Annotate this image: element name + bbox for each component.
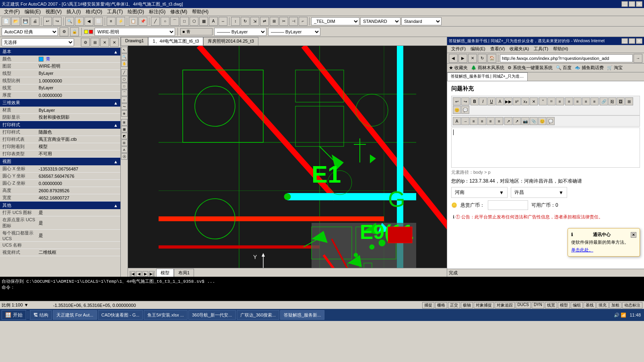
osnap-btn[interactable]: 对象捕捉 xyxy=(474,302,494,309)
ie-go[interactable]: → xyxy=(634,54,642,63)
ie-menu-help[interactable]: 帮助(H) xyxy=(551,45,570,53)
editor-emoji[interactable]: 😊 xyxy=(453,106,461,114)
editor-table[interactable]: ⊞ xyxy=(625,97,633,105)
editor-sup[interactable]: x² xyxy=(513,97,521,105)
offset-btn[interactable]: ⊞ xyxy=(270,17,279,26)
object-select[interactable]: 无选择 xyxy=(2,38,74,46)
editor-anchor[interactable]: ↗ xyxy=(513,117,521,125)
3d-section-header[interactable]: 三维效果 ▲ xyxy=(0,99,120,107)
editor-justify[interactable]: ≡ xyxy=(590,97,599,105)
fav-baidu[interactable]: 🔍 百度 xyxy=(556,65,572,71)
layout1-tab[interactable]: 布局1 xyxy=(174,269,194,277)
menu-modify[interactable]: 修改(M) xyxy=(168,8,190,16)
editor-text-color[interactable]: → xyxy=(461,117,469,125)
rect-tool[interactable]: □ xyxy=(121,83,128,89)
menu-insert[interactable]: 插入(I) xyxy=(64,8,83,16)
zoom-btn[interactable]: 🔍 xyxy=(65,17,74,26)
dynlabel-btn[interactable]: 动态标注 xyxy=(622,302,642,309)
arc-tool[interactable]: ⌒ xyxy=(121,90,128,96)
menu-edit[interactable]: 编辑(E) xyxy=(22,8,43,16)
copy-btn[interactable]: 📋 xyxy=(129,17,138,26)
standard-select[interactable]: Standard xyxy=(401,17,442,25)
editor-color-a[interactable]: A xyxy=(453,117,461,125)
taskbar-cadviewer[interactable]: CAD快速看图 - G... xyxy=(98,310,143,320)
open-btn[interactable]: 📂 xyxy=(11,17,20,26)
taskbar-ie[interactable]: 答疑解惑_服务新... xyxy=(280,310,324,320)
arc-btn[interactable]: ⌒ xyxy=(170,17,179,26)
cad-canvas[interactable]: E1 E9(11 G Y X xyxy=(128,46,447,277)
mirror-btn[interactable]: ⇌ xyxy=(260,17,269,26)
layer-btn1[interactable]: ⚙ xyxy=(60,27,68,36)
drawing-tab-1[interactable]: Drawing1 xyxy=(121,37,148,45)
editor-content-area[interactable] xyxy=(451,128,640,168)
spline-tool[interactable]: 〜 xyxy=(121,103,128,110)
move-btn[interactable]: ↕ xyxy=(231,17,240,26)
ducs-btn[interactable]: DUCS xyxy=(516,302,531,309)
menu-view[interactable]: 视图(V) xyxy=(43,8,64,16)
editor-style1[interactable]: ≡ xyxy=(470,117,478,125)
ie-forward[interactable]: ▶ xyxy=(458,54,467,63)
circle-btn[interactable]: ○ xyxy=(161,17,169,26)
drawing-tab-2[interactable]: 1、4#电气施工图_t6_t3 xyxy=(148,37,203,45)
paste-btn[interactable]: 📌 xyxy=(138,17,147,26)
taskbar-gld[interactable]: 广联达_360搜索... xyxy=(237,310,280,320)
ie-tab-1[interactable]: 答疑解惑_服务新千线 | 同城Z+_只为造价从业者... xyxy=(447,72,528,81)
menu-dim[interactable]: 标注(G) xyxy=(147,8,168,16)
gradient-tool[interactable]: ◩ xyxy=(121,133,128,139)
extend-btn[interactable]: ⊣ xyxy=(289,17,298,26)
zoom-all-btn[interactable]: ⬜ xyxy=(94,17,103,26)
zoom-prev-btn[interactable]: ◀ xyxy=(85,17,93,26)
undo-btn[interactable]: ↩ xyxy=(43,17,52,26)
editor-bold[interactable]: B xyxy=(471,97,479,105)
model-tab[interactable]: 模型 xyxy=(156,269,174,277)
linetype-select[interactable]: ——— ByLayer xyxy=(214,28,266,36)
ie-stop[interactable]: ✕ xyxy=(468,54,477,63)
ie-maximize[interactable]: □ xyxy=(629,38,635,44)
line-tool[interactable]: ╱ xyxy=(121,69,128,76)
editor-style4[interactable]: ≡ xyxy=(495,117,503,125)
trim-btn[interactable]: ✂ xyxy=(279,17,288,26)
properties-btn[interactable]: ≡ xyxy=(107,17,116,26)
panel-btn1[interactable]: ⚙ xyxy=(81,38,90,47)
workspace-select[interactable]: AutoCAD 经典 xyxy=(2,28,58,36)
bold-btn[interactable]: 加粗 xyxy=(609,302,621,309)
editor-quote2[interactable]: 💬 xyxy=(547,117,555,125)
panel-close[interactable]: ✕ xyxy=(110,38,119,47)
tab-nav-next[interactable]: ▶ xyxy=(142,271,148,277)
lineweight-select[interactable]: ——— ByLayer xyxy=(268,28,320,36)
coin-input[interactable] xyxy=(488,200,528,210)
dim-style-select[interactable]: _TEL_DIM xyxy=(311,17,359,25)
block-tool[interactable]: ⊞ xyxy=(121,119,128,125)
editor-color[interactable]: A xyxy=(496,97,504,105)
pan-tool[interactable]: ✋ xyxy=(121,60,128,67)
city-select[interactable]: 许昌 ▼ xyxy=(511,187,567,198)
view-section-header[interactable]: 视图 ▲ xyxy=(0,158,120,165)
rect-btn[interactable]: □ xyxy=(180,17,189,26)
close-button[interactable]: ✕ xyxy=(636,1,642,7)
select-tool[interactable]: ↖ xyxy=(121,47,128,53)
editor-underline[interactable]: U xyxy=(487,97,495,105)
panel-btn3[interactable]: ✕ xyxy=(100,38,109,47)
editor-media[interactable]: 📎 xyxy=(530,117,538,125)
editor-link[interactable]: 🔗 xyxy=(600,97,608,105)
ie-menu-tools[interactable]: 工具(T) xyxy=(531,45,551,53)
ellipse-tool[interactable]: ⊕ xyxy=(121,110,128,117)
taskbar-cad[interactable]: 🏗 结构 xyxy=(30,310,52,320)
ie-minimize[interactable]: _ xyxy=(621,38,628,44)
editor-style3[interactable]: ≡ xyxy=(487,117,495,125)
editor-code[interactable]: ⌗ xyxy=(547,97,555,105)
editor-italic[interactable]: I xyxy=(479,97,487,105)
plot-btn[interactable]: 🖨 xyxy=(31,17,39,26)
province-select[interactable]: 河南 ▼ xyxy=(451,187,508,198)
ie-home[interactable]: 🏠 xyxy=(487,54,496,63)
editor-chat[interactable]: 💬 xyxy=(461,106,469,114)
menu-format[interactable]: 格式(O) xyxy=(83,8,105,16)
ortho-btn[interactable]: 正交 xyxy=(448,302,460,309)
taskbar-excel[interactable]: 鱼王5#安装.xlsx ... xyxy=(144,310,187,320)
editor-align-l[interactable]: ≡ xyxy=(565,97,573,105)
menu-help[interactable]: 帮助(H) xyxy=(190,8,211,16)
editor-link2[interactable]: ↗ xyxy=(504,117,512,125)
ie-refresh[interactable]: ↻ xyxy=(478,54,487,63)
baseline-btn[interactable]: 基线 xyxy=(584,302,596,309)
hatch-btn[interactable]: ▦ xyxy=(199,17,208,26)
